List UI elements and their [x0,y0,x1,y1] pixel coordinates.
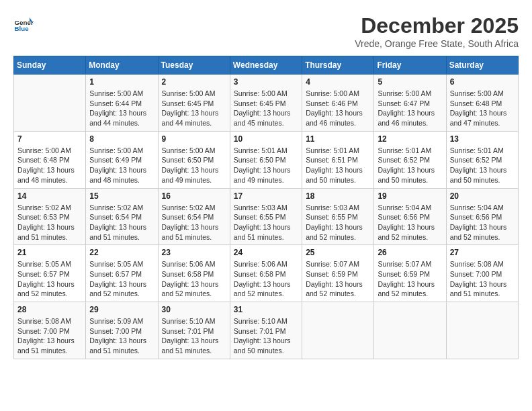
day-info: Sunrise: 5:03 AM Sunset: 6:55 PM Dayligh… [306,203,370,242]
calendar-cell: 4Sunrise: 5:00 AM Sunset: 6:46 PM Daylig… [302,75,374,132]
day-number: 12 [378,134,442,144]
day-info: Sunrise: 5:04 AM Sunset: 6:56 PM Dayligh… [378,203,442,242]
day-info: Sunrise: 5:09 AM Sunset: 7:00 PM Dayligh… [89,316,154,356]
day-header-tuesday: Tuesday [158,56,230,75]
day-number: 14 [17,191,82,201]
calendar-cell: 20Sunrise: 5:04 AM Sunset: 6:56 PM Dayli… [446,188,518,245]
calendar-cell: 30Sunrise: 5:10 AM Sunset: 7:01 PM Dayli… [158,302,230,359]
day-header-monday: Monday [86,56,158,75]
day-info: Sunrise: 5:00 AM Sunset: 6:50 PM Dayligh… [162,146,226,185]
calendar-table: SundayMondayTuesdayWednesdayThursdayFrid… [13,56,519,359]
day-header-wednesday: Wednesday [230,56,302,75]
day-number: 20 [450,191,515,201]
day-info: Sunrise: 5:01 AM Sunset: 6:50 PM Dayligh… [234,146,298,185]
day-info: Sunrise: 5:00 AM Sunset: 6:48 PM Dayligh… [17,146,82,185]
day-number: 3 [234,77,298,87]
day-number: 26 [378,248,442,257]
calendar-header: SundayMondayTuesdayWednesdayThursdayFrid… [14,56,519,75]
day-info: Sunrise: 5:04 AM Sunset: 6:56 PM Dayligh… [450,203,515,242]
calendar-week-3: 14Sunrise: 5:02 AM Sunset: 6:53 PM Dayli… [14,188,519,245]
calendar-cell [446,302,518,359]
page-header: General Blue December 2025 Vrede, Orange… [13,13,519,49]
title-block: December 2025 Vrede, Orange Free State, … [355,13,519,49]
day-info: Sunrise: 5:07 AM Sunset: 6:59 PM Dayligh… [378,259,442,299]
calendar-body: 1Sunrise: 5:00 AM Sunset: 6:44 PM Daylig… [14,75,519,359]
day-info: Sunrise: 5:02 AM Sunset: 6:54 PM Dayligh… [89,203,154,242]
day-number: 23 [162,248,226,257]
month-title: December 2025 [355,13,519,38]
day-number: 30 [162,305,226,314]
calendar-cell: 27Sunrise: 5:08 AM Sunset: 7:00 PM Dayli… [446,245,518,302]
day-info: Sunrise: 5:00 AM Sunset: 6:45 PM Dayligh… [234,89,298,128]
day-info: Sunrise: 5:07 AM Sunset: 6:59 PM Dayligh… [306,259,370,299]
day-info: Sunrise: 5:03 AM Sunset: 6:55 PM Dayligh… [234,203,298,242]
calendar-cell: 11Sunrise: 5:01 AM Sunset: 6:51 PM Dayli… [302,131,374,188]
calendar-cell: 16Sunrise: 5:02 AM Sunset: 6:54 PM Dayli… [158,188,230,245]
day-info: Sunrise: 5:00 AM Sunset: 6:45 PM Dayligh… [162,89,226,128]
calendar-cell: 21Sunrise: 5:05 AM Sunset: 6:57 PM Dayli… [14,245,86,302]
day-header-sunday: Sunday [14,56,86,75]
calendar-cell: 14Sunrise: 5:02 AM Sunset: 6:53 PM Dayli… [14,188,86,245]
day-header-saturday: Saturday [446,56,518,75]
calendar-week-5: 28Sunrise: 5:08 AM Sunset: 7:00 PM Dayli… [14,302,519,359]
day-number: 9 [162,134,226,144]
day-number: 31 [234,305,298,314]
svg-text:Blue: Blue [15,25,30,32]
day-number: 7 [17,134,82,144]
calendar-cell: 17Sunrise: 5:03 AM Sunset: 6:55 PM Dayli… [230,188,302,245]
calendar-cell: 15Sunrise: 5:02 AM Sunset: 6:54 PM Dayli… [86,188,158,245]
day-number: 1 [89,77,154,87]
day-number: 22 [89,248,154,257]
day-number: 8 [89,134,154,144]
day-info: Sunrise: 5:05 AM Sunset: 6:57 PM Dayligh… [89,259,154,299]
day-info: Sunrise: 5:00 AM Sunset: 6:47 PM Dayligh… [378,89,442,128]
calendar-cell: 23Sunrise: 5:06 AM Sunset: 6:58 PM Dayli… [158,245,230,302]
day-number: 19 [378,191,442,201]
day-header-thursday: Thursday [302,56,374,75]
day-number: 21 [17,248,82,257]
day-number: 29 [89,305,154,314]
day-number: 4 [306,77,370,87]
calendar-cell: 5Sunrise: 5:00 AM Sunset: 6:47 PM Daylig… [374,75,446,132]
calendar-cell: 18Sunrise: 5:03 AM Sunset: 6:55 PM Dayli… [302,188,374,245]
calendar-cell: 9Sunrise: 5:00 AM Sunset: 6:50 PM Daylig… [158,131,230,188]
day-info: Sunrise: 5:08 AM Sunset: 7:00 PM Dayligh… [17,316,82,356]
day-info: Sunrise: 5:00 AM Sunset: 6:44 PM Dayligh… [89,89,154,128]
calendar-cell: 2Sunrise: 5:00 AM Sunset: 6:45 PM Daylig… [158,75,230,132]
day-number: 16 [162,191,226,201]
calendar-cell: 19Sunrise: 5:04 AM Sunset: 6:56 PM Dayli… [374,188,446,245]
day-number: 13 [450,134,515,144]
location: Vrede, Orange Free State, South Africa [355,38,519,49]
day-info: Sunrise: 5:00 AM Sunset: 6:46 PM Dayligh… [306,89,370,128]
calendar-cell: 10Sunrise: 5:01 AM Sunset: 6:50 PM Dayli… [230,131,302,188]
day-info: Sunrise: 5:06 AM Sunset: 6:58 PM Dayligh… [162,259,226,299]
calendar-cell: 7Sunrise: 5:00 AM Sunset: 6:48 PM Daylig… [14,131,86,188]
calendar-cell: 6Sunrise: 5:00 AM Sunset: 6:48 PM Daylig… [446,75,518,132]
day-header-friday: Friday [374,56,446,75]
calendar-cell: 1Sunrise: 5:00 AM Sunset: 6:44 PM Daylig… [86,75,158,132]
day-info: Sunrise: 5:01 AM Sunset: 6:52 PM Dayligh… [450,146,515,185]
day-number: 24 [234,248,298,257]
day-info: Sunrise: 5:01 AM Sunset: 6:52 PM Dayligh… [378,146,442,185]
calendar-cell: 29Sunrise: 5:09 AM Sunset: 7:00 PM Dayli… [86,302,158,359]
day-number: 5 [378,77,442,87]
calendar-cell: 31Sunrise: 5:10 AM Sunset: 7:01 PM Dayli… [230,302,302,359]
day-info: Sunrise: 5:02 AM Sunset: 6:54 PM Dayligh… [162,203,226,242]
calendar-cell: 25Sunrise: 5:07 AM Sunset: 6:59 PM Dayli… [302,245,374,302]
calendar-week-2: 7Sunrise: 5:00 AM Sunset: 6:48 PM Daylig… [14,131,519,188]
day-info: Sunrise: 5:01 AM Sunset: 6:51 PM Dayligh… [306,146,370,185]
day-info: Sunrise: 5:02 AM Sunset: 6:53 PM Dayligh… [17,203,82,242]
calendar-cell [14,75,86,132]
day-number: 2 [162,77,226,87]
calendar-cell: 28Sunrise: 5:08 AM Sunset: 7:00 PM Dayli… [14,302,86,359]
calendar-cell [302,302,374,359]
day-number: 27 [450,248,515,257]
day-info: Sunrise: 5:08 AM Sunset: 7:00 PM Dayligh… [450,259,515,299]
logo: General Blue [13,13,36,34]
logo-icon: General Blue [13,13,34,34]
day-info: Sunrise: 5:00 AM Sunset: 6:48 PM Dayligh… [450,89,515,128]
day-info: Sunrise: 5:00 AM Sunset: 6:49 PM Dayligh… [89,146,154,185]
day-number: 28 [17,305,82,314]
day-number: 25 [306,248,370,257]
calendar-cell: 13Sunrise: 5:01 AM Sunset: 6:52 PM Dayli… [446,131,518,188]
